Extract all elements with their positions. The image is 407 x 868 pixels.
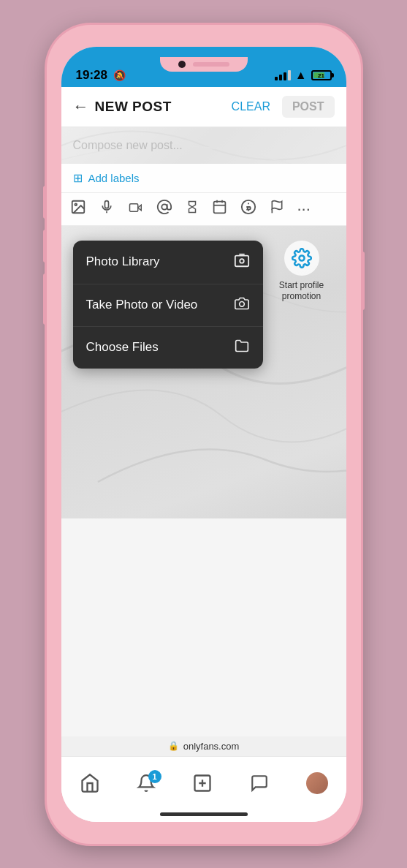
take-photo-menu-item[interactable]: Take Photo or Video [73, 284, 263, 327]
signal-icon [275, 70, 291, 80]
dropdown-menu: Photo Library Take Photo or Video [73, 241, 263, 369]
status-time: 19:28 [76, 68, 107, 83]
calendar-toolbar-icon[interactable] [212, 199, 227, 219]
nav-home[interactable] [80, 773, 100, 793]
app-content: ← NEW POST CLEAR POST Compose new post..… [61, 87, 346, 822]
wifi-icon: ▲ [295, 69, 307, 82]
clear-button[interactable]: CLEAR [232, 100, 270, 113]
svg-rect-7 [213, 202, 225, 214]
promo-label: Start profile promotion [269, 280, 335, 303]
notification-bell-icon: 🔕 [113, 69, 126, 81]
lock-icon: 🔒 [168, 741, 179, 751]
svg-rect-13 [235, 255, 248, 266]
start-profile-promotion-button[interactable]: Start profile promotion [269, 241, 335, 303]
background-image [61, 127, 346, 164]
svg-point-14 [240, 259, 244, 263]
avatar [306, 772, 328, 794]
take-photo-label: Take Photo or Video [86, 298, 198, 312]
photo-library-icon [234, 252, 250, 272]
notification-badge: 1 [148, 770, 161, 783]
notch [160, 57, 248, 72]
silent-switch[interactable] [43, 273, 47, 325]
back-button[interactable]: ← [73, 97, 89, 116]
nav-new-post[interactable] [192, 773, 213, 793]
speaker [193, 62, 229, 67]
volume-up-button[interactable] [43, 186, 47, 219]
promo-icon-circle [284, 241, 319, 276]
microphone-toolbar-icon[interactable] [99, 199, 114, 219]
hourglass-toolbar-icon[interactable] [186, 199, 199, 219]
svg-rect-2 [104, 200, 108, 208]
toolbar: ··· [61, 193, 346, 226]
url-bar: 🔒 onlyfans.com [61, 736, 346, 756]
svg-point-15 [239, 301, 244, 306]
svg-point-6 [161, 204, 167, 209]
nav-messages[interactable] [249, 774, 270, 793]
photo-library-label: Photo Library [86, 254, 160, 269]
home-indicator [160, 812, 248, 816]
more-toolbar-icon[interactable]: ··· [297, 200, 311, 219]
power-button[interactable] [361, 252, 365, 310]
front-camera [178, 61, 186, 68]
photo-library-menu-item[interactable]: Photo Library [73, 241, 263, 284]
svg-rect-4 [129, 203, 137, 211]
svg-point-1 [75, 203, 77, 205]
svg-point-16 [299, 255, 304, 260]
battery-icon: 21 [311, 70, 332, 80]
nav-profile[interactable] [306, 772, 328, 794]
phone-screen: 19:28 🔕 ▲ 21 [61, 47, 346, 822]
chat-icon [249, 774, 270, 793]
page-title: NEW POST [95, 99, 172, 115]
phone-frame: 19:28 🔕 ▲ 21 [47, 25, 361, 844]
url-text: onlyfans.com [183, 741, 240, 752]
home-icon [80, 773, 100, 793]
flag-toolbar-icon[interactable] [270, 199, 284, 219]
nav-notifications[interactable]: 1 [137, 773, 156, 793]
battery-level: 21 [318, 72, 324, 79]
mention-toolbar-icon[interactable] [156, 199, 172, 219]
choose-files-menu-item[interactable]: Choose Files [73, 327, 263, 369]
camera-icon [234, 296, 250, 314]
video-toolbar-icon[interactable] [127, 200, 143, 219]
dollar-toolbar-icon[interactable] [240, 199, 256, 219]
post-button[interactable]: POST [282, 96, 335, 118]
header-bar: ← NEW POST CLEAR POST [61, 87, 346, 127]
volume-down-button[interactable] [43, 230, 47, 263]
image-toolbar-icon[interactable] [70, 199, 86, 219]
content-area: Photo Library Take Photo or Video [61, 226, 346, 518]
plus-square-icon [192, 773, 213, 793]
compose-area[interactable]: Compose new post... [61, 127, 346, 164]
choose-files-label: Choose Files [86, 340, 159, 355]
folder-icon [234, 339, 250, 357]
